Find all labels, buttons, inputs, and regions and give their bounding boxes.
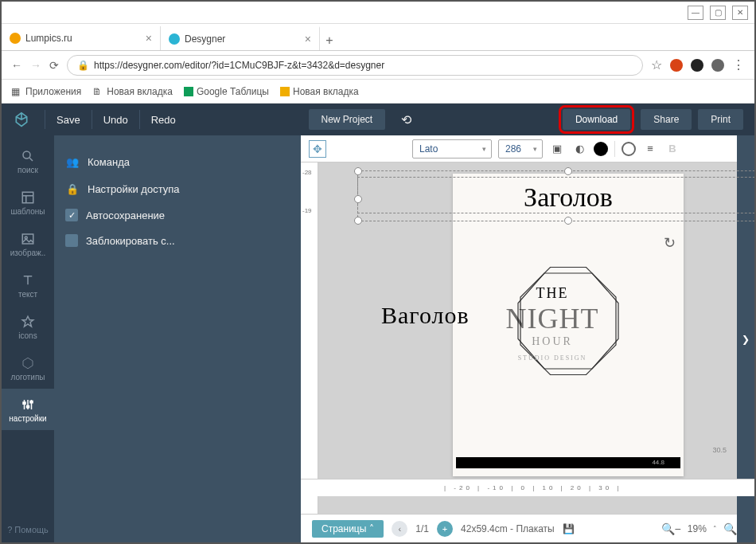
canvas-scroll[interactable]: -28 -19 Заголов xyxy=(301,162,754,514)
browser-menu-icon[interactable]: ⋮ xyxy=(732,57,745,72)
settings-panel: 👥 Команда 🔒 Настройки доступа Автосохран… xyxy=(54,135,301,542)
search-icon xyxy=(20,148,36,164)
browser-tab-lumpics[interactable]: Lumpics.ru × xyxy=(2,26,161,50)
zoom-dropdown-icon[interactable]: ˄ xyxy=(713,525,717,533)
forward-button[interactable]: → xyxy=(30,59,41,72)
reload-button[interactable]: ⟳ xyxy=(49,59,59,72)
svg-rect-15 xyxy=(27,405,29,407)
image-icon xyxy=(20,231,36,247)
checkbox-unchecked-icon xyxy=(65,234,78,247)
zoom-out-button[interactable]: 🔍− xyxy=(661,522,681,535)
sheets-icon xyxy=(184,87,193,96)
svg-point-0 xyxy=(23,151,30,159)
canvas-page[interactable]: Заголов ↻ THE xyxy=(453,174,684,476)
app-topbar: Save Undo Redo New Project ⟲ Download Sh… xyxy=(2,104,754,135)
back-button[interactable]: ← xyxy=(11,59,22,72)
star-icon xyxy=(20,314,36,330)
rail-icons[interactable]: icons xyxy=(2,306,54,347)
dimension-label: 30.5 xyxy=(712,446,727,454)
team-icon: 👥 xyxy=(65,155,80,169)
pages-button[interactable]: Страницы ˄ xyxy=(312,520,384,538)
rail-settings[interactable]: настройки xyxy=(2,389,54,430)
tab-close-icon[interactable]: × xyxy=(146,32,152,45)
align-icon[interactable]: ≡ xyxy=(642,141,658,157)
new-project-button[interactable]: New Project xyxy=(309,109,386,130)
url-field[interactable]: 🔒 https://desygner.com/editor/?id=1CMuC9… xyxy=(67,55,643,76)
left-rail: поиск шаблоны изображ.. текст icons лого… xyxy=(2,135,54,542)
checkbox-checked-icon xyxy=(65,209,78,221)
page-icon: 🗎 xyxy=(92,86,103,97)
horizontal-ruler: | -20 | -10 | 0 | 10 | 20 | 30 | xyxy=(301,479,754,496)
rail-search[interactable]: поиск xyxy=(2,140,54,182)
canvas-area: ✥ Lato 286 ▣ ◐ ≡ B ❯ -28 -19 xyxy=(301,135,754,542)
bookmark-newtab2[interactable]: Новая вкладка xyxy=(280,86,359,97)
svg-rect-16 xyxy=(30,401,33,402)
lock-toggle[interactable]: Заблокировать с... xyxy=(65,228,290,253)
bottom-strip: 44.8 xyxy=(456,457,680,468)
outline-swatch[interactable] xyxy=(622,142,636,156)
window-maximize-button[interactable]: ▢ xyxy=(710,6,726,20)
bookmark-gsheets[interactable]: Google Таблицы xyxy=(184,86,269,97)
layout-icon[interactable]: ▣ xyxy=(549,141,565,157)
window-close-button[interactable]: ✕ xyxy=(732,6,748,20)
move-handle[interactable]: ✥ xyxy=(309,140,326,158)
star-icon[interactable]: ☆ xyxy=(651,57,662,72)
save-indicator-icon[interactable]: 💾 xyxy=(563,523,575,534)
new-tab-button[interactable]: + xyxy=(320,31,339,50)
redo-button[interactable]: Redo xyxy=(143,109,184,131)
bookmark-newtab1[interactable]: 🗎Новая вкладка xyxy=(92,86,173,97)
heading-text-1[interactable]: Заголов xyxy=(358,182,754,213)
font-select[interactable]: Lato xyxy=(412,139,492,159)
doc-dimensions: 42x59.4cm - Плакаты xyxy=(461,523,555,534)
help-link[interactable]: ? Помощь xyxy=(7,525,49,534)
prev-page-button[interactable]: ‹ xyxy=(392,521,407,537)
window-minimize-button[interactable]: — xyxy=(688,6,703,20)
selection-box-2[interactable]: Заголов xyxy=(357,177,754,221)
ext-icon-2[interactable] xyxy=(691,59,703,72)
access-settings-button[interactable]: 🔒 Настройки доступа xyxy=(65,175,290,202)
desygner-logo[interactable] xyxy=(13,111,30,128)
contrast-icon[interactable]: ◐ xyxy=(571,141,587,157)
ext-icon-1[interactable] xyxy=(670,59,683,72)
undo-button[interactable]: Undo xyxy=(95,109,136,131)
favicon-lumpics xyxy=(10,33,21,44)
tab-title: Lumpics.ru xyxy=(25,33,72,44)
rail-images[interactable]: изображ.. xyxy=(2,223,54,264)
rotate-icon[interactable]: ↻ xyxy=(664,234,676,252)
browser-address-bar: ← → ⟳ 🔒 https://desygner.com/editor/?id=… xyxy=(2,51,754,80)
bookmarks-bar: ▦Приложения 🗎Новая вкладка Google Таблиц… xyxy=(2,80,754,104)
lock-icon: 🔒 xyxy=(65,182,80,196)
download-button[interactable]: Download xyxy=(563,109,630,130)
rail-templates[interactable]: шаблоны xyxy=(2,182,54,223)
lock-icon: 🔒 xyxy=(77,60,89,71)
save-button[interactable]: Save xyxy=(49,109,88,131)
download-highlight: Download xyxy=(559,105,634,134)
rail-logos[interactable]: логотипы xyxy=(2,347,54,389)
team-button[interactable]: 👥 Команда xyxy=(65,148,290,175)
url-text: https://desygner.com/editor/?id=1CMuC9BJ… xyxy=(94,60,384,71)
rail-text[interactable]: текст xyxy=(2,264,54,306)
vertical-ruler: -28 -19 xyxy=(301,162,318,514)
svg-rect-14 xyxy=(23,402,25,404)
size-select[interactable]: 286 xyxy=(498,139,543,159)
window-titlebar: — ▢ ✕ xyxy=(2,2,754,24)
center-text-block[interactable]: THE Ваголов NIGHT HOUR STUDIO DESIGN xyxy=(421,285,684,362)
color-swatch[interactable] xyxy=(594,142,608,156)
autosave-toggle[interactable]: Автосохранение xyxy=(65,202,290,228)
svg-line-1 xyxy=(29,158,33,161)
svg-rect-2 xyxy=(22,192,33,203)
share-button[interactable]: Share xyxy=(641,109,692,130)
templates-icon xyxy=(20,190,36,205)
history-icon[interactable]: ⟲ xyxy=(393,108,419,132)
apps-shortcut[interactable]: ▦Приложения xyxy=(11,86,81,97)
add-page-button[interactable]: + xyxy=(437,521,453,537)
profile-avatar[interactable] xyxy=(711,59,724,72)
text-toolbar: ✥ Lato 286 ▣ ◐ ≡ B ❯ xyxy=(301,135,754,162)
browser-toolbar-icons: ☆ ⋮ xyxy=(651,57,745,72)
browser-tab-desygner[interactable]: Desygner × xyxy=(161,26,320,50)
tab-close-icon[interactable]: × xyxy=(305,33,311,45)
chevron-up-icon: ˄ xyxy=(369,523,374,534)
page-counter: 1/1 xyxy=(415,523,429,534)
bold-icon[interactable]: B xyxy=(664,141,680,157)
print-button[interactable]: Print xyxy=(698,109,743,130)
